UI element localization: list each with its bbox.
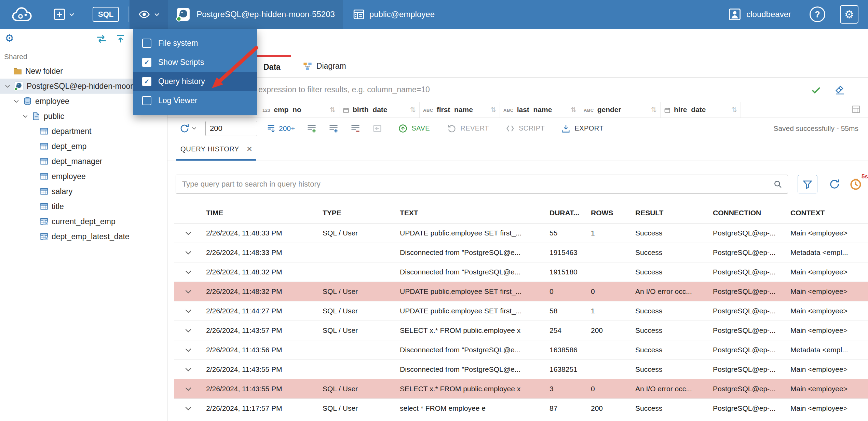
history-row[interactable]: 2/26/2024, 11:48:33 PMDisconnected from … (174, 243, 868, 262)
history-row[interactable]: 2/26/2024, 11:44:27 PMSQL / UserUPDATE p… (174, 301, 868, 321)
sql-editor-button[interactable]: SQL (93, 7, 119, 22)
grid-column-emp-no[interactable]: 123emp_no⇅ (259, 102, 339, 118)
auto-refresh-timer-icon[interactable]: 5s (849, 177, 863, 191)
expand-chevron-icon[interactable] (184, 326, 193, 335)
sidebar-item-department[interactable]: department (0, 124, 167, 139)
history-row[interactable]: 2/26/2024, 11:43:55 PMDisconnected from … (174, 359, 868, 379)
history-row[interactable]: 2/26/2024, 11:43:57 PMSQL / UserSELECT x… (174, 321, 868, 340)
history-refresh-icon[interactable] (828, 178, 841, 190)
settings-button[interactable]: ⚙ (840, 5, 858, 24)
export-button[interactable]: EXPORT (561, 124, 603, 133)
history-row[interactable]: 2/26/2024, 11:48:33 PMSQL / UserUPDATE p… (174, 223, 868, 243)
view-menu-item-file-system[interactable]: File system (133, 33, 257, 53)
tab-diagram[interactable]: Diagram (303, 55, 346, 77)
tab-data[interactable]: Data (253, 55, 291, 77)
duplicate-row-button[interactable] (328, 123, 339, 134)
history-col-durat[interactable]: DURAT... (545, 203, 587, 223)
delete-row-button[interactable] (350, 123, 361, 134)
save-button[interactable]: SAVE (398, 124, 430, 133)
sync-connection-icon[interactable] (96, 34, 107, 44)
apply-filter-check-icon[interactable] (811, 84, 822, 95)
history-col-context[interactable]: CONTEXT (786, 203, 868, 223)
connection-selector[interactable]: PostgreSQL@ep-hidden-moon-55203 (168, 0, 343, 29)
sidebar-item-dept-emp[interactable]: dept_emp (0, 139, 167, 154)
close-icon[interactable]: × (247, 144, 252, 154)
grid-column-hire-date[interactable]: hire_date⇅ (661, 102, 741, 118)
history-rows: 2/26/2024, 11:48:33 PMSQL / UserUPDATE p… (174, 223, 868, 418)
expand-chevron-icon[interactable] (184, 307, 193, 315)
sort-icon[interactable]: ⇅ (731, 106, 737, 114)
expand-chevron-icon[interactable] (184, 345, 193, 354)
refresh-results-button[interactable] (179, 123, 196, 134)
grid-settings-icon[interactable] (852, 105, 860, 114)
cell-time: 2/26/2024, 11:43:55 PM (202, 359, 318, 379)
sidebar-settings-icon[interactable]: ⚙ (5, 32, 14, 44)
history-col-rows[interactable]: ROWS (587, 203, 631, 223)
view-menu-button[interactable] (130, 0, 168, 29)
expand-chevron-icon[interactable] (184, 365, 193, 374)
expand-chevron-icon[interactable] (184, 384, 193, 393)
history-row[interactable]: 2/26/2024, 11:17:57 PMSQL / Userselect *… (174, 398, 868, 418)
cloudbeaver-logo[interactable] (8, 4, 42, 25)
expand-chevron-icon[interactable] (184, 229, 193, 237)
collapse-all-icon[interactable] (116, 33, 126, 44)
schema-selector[interactable]: public@employee (345, 0, 443, 29)
grid-column-gender[interactable]: ABCgender⇅ (580, 102, 661, 118)
result-filter-input[interactable] (167, 78, 801, 102)
history-col-type[interactable]: TYPE (318, 203, 396, 223)
chevron-down-icon[interactable] (22, 113, 29, 120)
revert-button[interactable]: REVERT (447, 124, 489, 133)
sort-icon[interactable]: ⇅ (571, 106, 577, 114)
row-limit-input[interactable] (205, 121, 257, 136)
history-col-text[interactable]: TEXT (396, 203, 545, 223)
user-name: cloudbeaver (746, 10, 791, 19)
sort-icon[interactable]: ⇅ (410, 106, 416, 114)
history-row[interactable]: 2/26/2024, 11:43:55 PMSQL / UserSELECT x… (174, 379, 868, 398)
view-menu-item-log-viewer[interactable]: Log Viewer (133, 91, 257, 110)
revert-cell-button[interactable] (372, 123, 382, 134)
user-menu[interactable]: cloudbeaver (725, 8, 795, 21)
sort-icon[interactable]: ⇅ (490, 106, 496, 114)
expand-chevron-icon[interactable] (184, 248, 193, 257)
tree-item-label: public (44, 112, 64, 121)
history-col-result[interactable]: RESULT (631, 203, 709, 223)
view-menu-item-query-history[interactable]: ✓Query history (133, 72, 257, 91)
history-row[interactable]: 2/26/2024, 11:48:32 PMSQL / UserUPDATE p… (174, 282, 868, 301)
chevron-down-icon[interactable] (13, 98, 20, 105)
sort-icon[interactable]: ⇅ (330, 106, 336, 114)
expand-chevron-icon[interactable] (184, 268, 193, 276)
help-button[interactable]: ? (810, 6, 825, 22)
tab-query-history[interactable]: QUERY HISTORY × (176, 139, 256, 161)
grid-column-birth-date[interactable]: birth_date⇅ (339, 102, 420, 118)
sidebar-item-salary[interactable]: salary (0, 184, 167, 199)
history-col-connection[interactable]: CONNECTION (709, 203, 786, 223)
fetch-more-button[interactable]: 200+ (266, 124, 295, 133)
history-search-input[interactable] (176, 175, 788, 194)
editor-tabs: Data Diagram (167, 55, 868, 78)
chevron-down-icon[interactable] (4, 83, 11, 90)
sidebar-item-employee[interactable]: employee (0, 169, 167, 184)
new-connection-button[interactable] (46, 0, 82, 29)
history-row[interactable]: 2/26/2024, 11:43:56 PMDisconnected from … (174, 340, 868, 359)
expand-chevron-icon[interactable] (184, 287, 193, 296)
sidebar-item-dept-manager[interactable]: dept_manager (0, 154, 167, 169)
sidebar-item-title[interactable]: title (0, 199, 167, 214)
view-menu-item-show-scripts[interactable]: ✓Show Scripts (133, 53, 257, 72)
grid-column-last-name[interactable]: ABClast_name⇅ (500, 102, 580, 118)
cell-context: Main <employee> (786, 359, 868, 379)
add-row-button[interactable] (307, 123, 317, 134)
sidebar-item-current-dept-emp[interactable]: current_dept_emp (0, 214, 167, 229)
history-filter-button[interactable] (798, 175, 817, 193)
script-button[interactable]: SCRIPT (505, 124, 545, 133)
history-row[interactable]: 2/26/2024, 11:48:32 PMDisconnected from … (174, 262, 868, 282)
grid-column-first-name[interactable]: ABCfirst_name⇅ (420, 102, 500, 118)
history-col-time[interactable]: TIME (202, 203, 318, 223)
cell-context: Main <employee> (786, 301, 868, 321)
cell-time: 2/26/2024, 11:48:33 PM (202, 243, 318, 262)
sort-icon[interactable]: ⇅ (651, 106, 657, 114)
search-icon[interactable] (773, 179, 783, 189)
date-type-icon (664, 106, 670, 113)
expand-chevron-icon[interactable] (184, 404, 193, 413)
clear-filter-eraser-icon[interactable] (835, 84, 845, 95)
sidebar-item-dept-emp-latest-date[interactable]: dept_emp_latest_date (0, 229, 167, 244)
